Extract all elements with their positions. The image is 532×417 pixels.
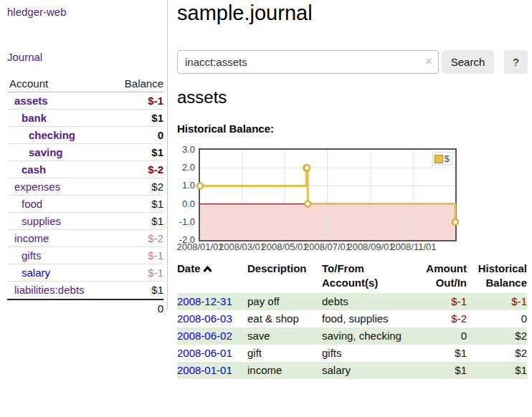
account-row: supplies$1 (7, 213, 163, 230)
transaction-balance: $1 (467, 362, 527, 379)
account-balance: $-1 (148, 264, 163, 281)
x-axis-tick-label: 2008/03/01 (219, 241, 265, 252)
transaction-accounts: gifts (322, 345, 403, 362)
transaction-accounts: salary (322, 362, 403, 379)
transaction-accounts: saving, checking (322, 327, 403, 345)
balance-chart[interactable]: $ (199, 148, 457, 241)
register-header-accounts: To/From Account(s) (322, 261, 403, 293)
legend-swatch-icon (434, 155, 443, 163)
accounts-total-row: 0 (7, 299, 163, 316)
account-row: expenses$2 (7, 178, 163, 196)
register-header-balance: Historical Balance (467, 261, 527, 293)
transaction-date-link[interactable]: 2008-12-31 (177, 295, 232, 307)
transaction-date-link[interactable]: 2008-01-01 (177, 364, 232, 376)
account-link[interactable]: saving (7, 144, 63, 160)
transaction-row: 2008-06-03eat & shopfood, supplies$-20 (177, 310, 527, 327)
register-header-date[interactable]: Date (177, 261, 247, 293)
account-link[interactable]: salary (7, 264, 50, 281)
account-link[interactable]: expenses (7, 178, 60, 195)
account-balance: $-1 (148, 92, 163, 109)
account-balance: $1 (151, 110, 163, 126)
sort-ascending-icon (203, 262, 212, 277)
account-row: saving$1 (7, 144, 163, 161)
sidebar-divider (167, 0, 168, 310)
account-row: bank$1 (7, 110, 163, 127)
transaction-description: gift (247, 345, 322, 362)
account-link[interactable]: supplies (7, 213, 61, 229)
y-axis-tick-label: 1.0 (176, 181, 195, 191)
transaction-date-link[interactable]: 2008-06-03 (177, 312, 232, 325)
transaction-balance: $2 (467, 327, 527, 345)
account-row: income$-2 (7, 230, 163, 247)
account-balance: $1 (151, 196, 163, 212)
account-balance: $2 (151, 178, 163, 195)
transaction-row: 2008-01-01incomesalary$1$1 (177, 362, 527, 379)
account-balance: $-1 (148, 247, 163, 264)
chart-legend: $ (432, 152, 453, 166)
account-row: liabilities:debts$1 (7, 282, 163, 299)
chart-title: Historical Balance: (177, 123, 274, 135)
account-row: food$1 (7, 196, 163, 213)
account-row: gifts$-1 (7, 247, 163, 264)
y-axis-tick-label: 0.0 (176, 199, 195, 209)
account-row: checking0 (7, 127, 163, 144)
account-link[interactable]: gifts (7, 247, 42, 264)
account-balance: $1 (151, 213, 163, 229)
accounts-header-account: Account (7, 75, 48, 92)
transaction-amount: $-2 (403, 310, 467, 327)
account-balance: $1 (151, 282, 163, 299)
transaction-row: 2008-06-01giftgifts$1$2 (177, 345, 527, 362)
legend-label: $ (445, 153, 450, 164)
search-button[interactable]: Search (442, 50, 494, 74)
y-axis-tick-label: -1.0 (176, 217, 195, 227)
transaction-description: income (247, 362, 322, 379)
register-header-description: Description (247, 261, 322, 293)
x-axis-tick-label: 2008/05/01 (261, 241, 308, 252)
account-link[interactable]: assets (7, 92, 48, 109)
transaction-amount: 0 (403, 327, 467, 345)
x-axis-tick-label: 2008/09/01 (347, 241, 394, 252)
x-axis-tick-label: 2008/07/01 (304, 241, 351, 252)
transaction-balance: 0 (467, 310, 527, 327)
page-title: sample.journal (177, 1, 313, 25)
account-link[interactable]: cash (7, 161, 46, 178)
transaction-description: save (247, 327, 322, 345)
help-button[interactable]: ? (504, 50, 528, 74)
account-balance: $-2 (148, 161, 163, 178)
account-heading: assets (177, 87, 227, 107)
account-row: cash$-2 (7, 161, 163, 178)
account-link[interactable]: checking (7, 127, 75, 143)
clear-search-icon[interactable]: × (425, 54, 432, 69)
account-link[interactable]: income (7, 230, 49, 246)
account-row: assets$-1 (7, 92, 163, 110)
app-title-link[interactable]: hledger-web (7, 6, 67, 18)
account-row: salary$-1 (7, 264, 163, 282)
account-balance: $-2 (148, 230, 163, 246)
transaction-amount: $1 (403, 345, 467, 362)
account-link[interactable]: bank (7, 110, 47, 126)
transaction-description: eat & shop (247, 310, 322, 327)
x-axis-tick-label: 2008/01/01 (176, 241, 223, 252)
transaction-amount: $1 (403, 362, 467, 379)
register-header-amount: Amount Out/In (403, 261, 467, 293)
transaction-description: pay off (247, 293, 322, 310)
nav-journal-link[interactable]: Journal (7, 51, 42, 63)
register-table: Date Description To/From Account(s) Amou… (177, 261, 527, 379)
account-balance: 0 (158, 127, 163, 143)
search-input[interactable] (177, 50, 439, 74)
accounts-total-value: 0 (158, 300, 163, 316)
transaction-amount: $-1 (403, 293, 467, 310)
search-input-wrap: × (177, 50, 439, 74)
transaction-row: 2008-06-02savesaving, checking0$2 (177, 327, 527, 345)
account-link[interactable]: food (7, 196, 42, 212)
register-header-row: Date Description To/From Account(s) Amou… (177, 261, 527, 293)
y-axis-tick-label: 2.0 (176, 163, 195, 173)
transaction-date-link[interactable]: 2008-06-02 (177, 330, 232, 342)
transaction-row: 2008-12-31pay offdebts$-1$-1 (177, 293, 527, 310)
account-link[interactable]: liabilities:debts (7, 282, 85, 299)
transaction-date-link[interactable]: 2008-06-01 (177, 347, 232, 359)
transaction-accounts: debts (322, 293, 403, 310)
x-axis-tick-label: 2008/11/01 (390, 241, 436, 252)
transaction-balance: $2 (467, 345, 527, 362)
account-balance: $1 (151, 144, 163, 160)
